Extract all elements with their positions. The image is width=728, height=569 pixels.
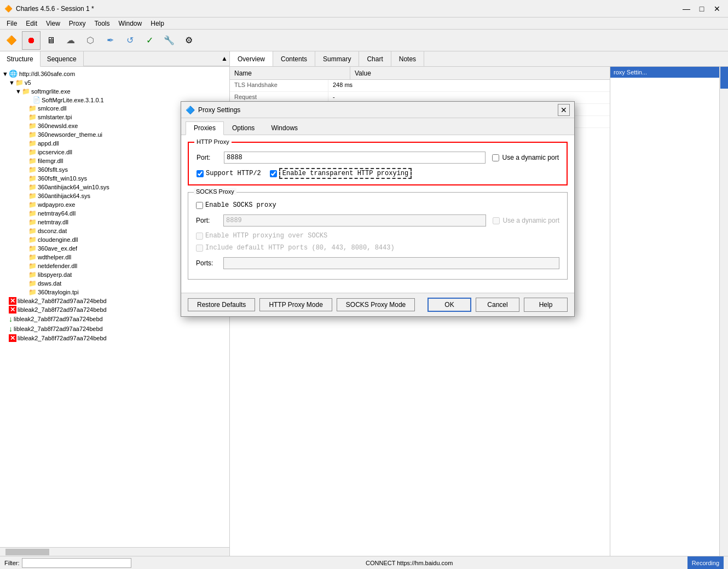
dialog-body: HTTP Proxy Port: Use a dynamic port Supp… bbox=[181, 135, 574, 293]
socks-ports-input[interactable] bbox=[223, 257, 559, 269]
support-http2-checkbox[interactable] bbox=[197, 170, 204, 177]
socks-proxy-mode-button[interactable]: SOCKS Proxy Mode bbox=[337, 298, 415, 311]
http-port-label: Port: bbox=[197, 154, 224, 161]
dialog-tabs: Proxies Options Windows bbox=[181, 118, 574, 135]
socks-proxy-legend: SOCKS Proxy bbox=[194, 188, 236, 195]
socks-ports-label: Ports: bbox=[196, 259, 223, 267]
include-ports-checkbox[interactable] bbox=[196, 245, 203, 252]
socks-enable-text: Enable SOCKS proxy bbox=[205, 201, 276, 209]
support-http2-label[interactable]: Support HTTP/2 bbox=[197, 170, 261, 177]
dialog-tab-options[interactable]: Options bbox=[224, 121, 263, 135]
http-port-input[interactable] bbox=[224, 152, 486, 164]
support-http2-text: Support HTTP/2 bbox=[206, 170, 261, 177]
http-proxy-legend: HTTP Proxy bbox=[194, 138, 232, 145]
include-ports-label: Include default HTTP ports (80, 443, 808… bbox=[196, 244, 559, 252]
footer-left: Restore Defaults HTTP Proxy Mode SOCKS P… bbox=[188, 298, 415, 311]
socks-http-over-socks-row: Enable HTTP proxying over SOCKS bbox=[196, 232, 559, 240]
socks-port-label: Port: bbox=[196, 217, 223, 224]
socks-port-input[interactable] bbox=[223, 214, 486, 227]
dialog-close-button[interactable]: ✕ bbox=[558, 104, 570, 116]
help-button[interactable]: Help bbox=[524, 298, 568, 312]
include-ports-text: Include default HTTP ports (80, 443, 808… bbox=[205, 244, 395, 252]
http-proxy-mode-button[interactable]: HTTP Proxy Mode bbox=[259, 298, 332, 311]
transparent-proxy-label[interactable]: Enable transparent HTTP proxying bbox=[270, 168, 412, 179]
footer-right: OK Cancel Help bbox=[427, 298, 568, 312]
transparent-proxy-checkbox[interactable] bbox=[270, 170, 277, 177]
socks-enable-label[interactable]: Enable SOCKS proxy bbox=[196, 201, 559, 209]
socks-include-ports-row: Include default HTTP ports (80, 443, 808… bbox=[196, 244, 559, 252]
http-dynamic-port-checkbox[interactable] bbox=[492, 154, 499, 161]
dialog-tab-windows[interactable]: Windows bbox=[263, 121, 306, 135]
socks-port-row: Port: Use a dynamic port bbox=[196, 214, 559, 227]
dialog-titlebar: 🔷 Proxy Settings ✕ bbox=[181, 102, 574, 118]
dialog-tab-proxies[interactable]: Proxies bbox=[186, 121, 224, 135]
socks-ports-row: Ports: bbox=[196, 257, 559, 269]
http-over-socks-checkbox[interactable] bbox=[196, 233, 203, 240]
http-dynamic-port: Use a dynamic port bbox=[492, 154, 559, 161]
http-over-socks-text: Enable HTTP proxying over SOCKS bbox=[205, 232, 327, 240]
transparent-proxy-text: Enable transparent HTTP proxying bbox=[279, 168, 412, 179]
ok-button[interactable]: OK bbox=[427, 298, 471, 312]
socks-proxy-group: SOCKS Proxy Enable SOCKS proxy Port: Use… bbox=[188, 192, 568, 280]
socks-enable-checkbox[interactable] bbox=[196, 202, 203, 209]
http-options-row: Support HTTP/2 Enable transparent HTTP p… bbox=[197, 168, 559, 179]
dialog-icon: 🔷 bbox=[186, 106, 195, 114]
http-over-socks-label: Enable HTTP proxying over SOCKS bbox=[196, 232, 559, 240]
socks-dynamic-port: Use a dynamic port bbox=[493, 217, 559, 224]
http-proxy-group: HTTP Proxy Port: Use a dynamic port Supp… bbox=[188, 142, 568, 185]
dialog-title: Proxy Settings bbox=[198, 106, 558, 114]
cancel-button[interactable]: Cancel bbox=[476, 298, 519, 312]
dialog-footer: Restore Defaults HTTP Proxy Mode SOCKS P… bbox=[181, 293, 574, 316]
dialog-overlay: 🔷 Proxy Settings ✕ Proxies Options Windo… bbox=[0, 0, 728, 569]
socks-dynamic-port-checkbox[interactable] bbox=[493, 217, 500, 224]
socks-enable-row: Enable SOCKS proxy bbox=[196, 201, 559, 209]
proxy-settings-dialog: 🔷 Proxy Settings ✕ Proxies Options Windo… bbox=[181, 101, 575, 317]
restore-defaults-button[interactable]: Restore Defaults bbox=[188, 298, 255, 311]
http-port-row: Port: Use a dynamic port bbox=[197, 152, 559, 164]
http-dynamic-port-label: Use a dynamic port bbox=[502, 154, 559, 161]
socks-dynamic-port-label: Use a dynamic port bbox=[503, 217, 559, 224]
